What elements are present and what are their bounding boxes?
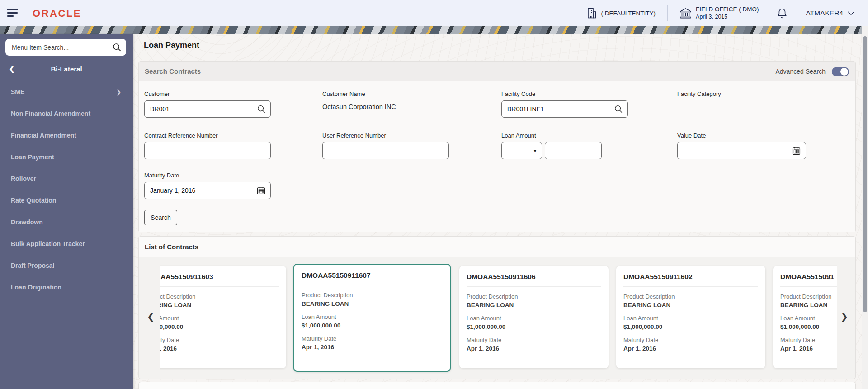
search-icon[interactable] [112, 43, 122, 52]
product-description-label: Product Description [623, 293, 758, 300]
contract-reference-number-label: Contract Reference Number [144, 132, 218, 139]
hamburger-menu-icon[interactable] [7, 9, 19, 18]
maturity-date-input[interactable] [150, 187, 256, 194]
product-description-label: Product Description [160, 293, 279, 300]
product-description-value: BEARING LOAN [623, 302, 758, 308]
vertical-scrollbar[interactable] [862, 26, 868, 389]
maturity-date-value: Apr 1, 2016 [467, 345, 601, 352]
customer-input[interactable] [150, 105, 257, 113]
header-divider [667, 5, 668, 21]
bank-icon [679, 7, 692, 19]
search-icon[interactable] [614, 104, 623, 114]
advanced-search-label: Advanced Search [775, 68, 826, 75]
product-description-value: BEARING LOAN [302, 300, 443, 307]
sidebar: ❮ Bi-Lateral SME ❯ Non Financial Amendme… [0, 34, 133, 389]
loan-amount-value: $1,000,000.00 [302, 322, 443, 329]
facility-category-label: Facility Category [677, 90, 721, 97]
toggle-knob [840, 68, 848, 76]
building-icon [586, 7, 597, 19]
value-date-input[interactable] [683, 147, 792, 154]
sidebar-item-non-financial-amendment[interactable]: Non Financial Amendment [0, 103, 133, 124]
user-reference-number-label: User Reference Number [322, 132, 386, 139]
contracts-carousel: ❮ ❯ DMOAA55150911603 Product Description… [139, 257, 855, 379]
scrollbar-thumb[interactable] [863, 36, 867, 312]
loan-amount-label: Loan Amount [160, 315, 279, 322]
sidebar-item-financial-amendment[interactable]: Financial Amendment [0, 124, 133, 146]
notifications-bell-icon[interactable] [777, 8, 787, 19]
menu-search-input[interactable] [12, 44, 112, 51]
chevron-down-icon [848, 11, 854, 15]
sidebar-item-rate-quotation[interactable]: Rate Quotation [0, 190, 133, 211]
search-panel-header: Search Contracts Advanced Search [139, 62, 855, 81]
contract-id: DMOAA55150911606 [467, 273, 601, 287]
customer-name-value: Octasun Corporation INC [322, 103, 396, 110]
loan-amount-value: $1,000,000.00 [780, 323, 837, 330]
facility-code-label: Facility Code [501, 90, 535, 97]
contract-id: DMOAA55150911603 [160, 273, 279, 287]
sidebar-item-sme[interactable]: SME ❯ [0, 81, 133, 103]
menu-search-box [5, 39, 126, 56]
search-icon[interactable] [257, 104, 266, 114]
entity-selector[interactable]: ( DEFAULTENTITY) [586, 7, 656, 19]
contract-card[interactable]: DMOAA55150911606 Product Description BEA… [459, 266, 609, 368]
user-menu[interactable]: ATMAKER4 [806, 9, 854, 17]
list-panel-header: List of Contracts [139, 237, 855, 257]
contract-reference-number-input[interactable] [150, 147, 266, 154]
sidebar-item-loan-payment[interactable]: Loan Payment [0, 146, 133, 168]
advanced-search-control: Advanced Search [775, 62, 849, 81]
calendar-icon[interactable] [256, 186, 266, 195]
maturity-date-label: Maturity Date [467, 337, 601, 343]
product-description-label: Product Description [780, 293, 837, 300]
search-button[interactable]: Search [144, 210, 177, 225]
sidebar-item-draft-proposal[interactable]: Draft Proposal [0, 255, 133, 276]
facility-code-field [501, 100, 628, 118]
calendar-icon[interactable] [792, 146, 801, 156]
sidebar-item-drawdown[interactable]: Drawdown [0, 211, 133, 233]
product-description-value: BEARING LOAN [160, 302, 279, 308]
maturity-date-value: Apr 1, 2016 [623, 345, 758, 352]
carousel-right-arrow-icon[interactable]: ❯ [840, 312, 848, 321]
loan-amount-label: Loan Amount [302, 313, 443, 320]
user-reference-number-input[interactable] [328, 147, 444, 154]
submenu-chevron-icon: ❯ [116, 89, 121, 95]
maturity-date-value: Apr 1, 2016 [160, 345, 279, 352]
product-description-value: BEARING LOAN [467, 302, 601, 308]
contract-card-selected[interactable]: DMOAA55150911607 Product Description BEA… [293, 264, 451, 372]
contract-card[interactable]: DMOAA55150911603 Product Description BEA… [160, 266, 286, 368]
contract-reference-number-field [144, 142, 271, 159]
customer-name-label: Customer Name [322, 90, 365, 97]
product-description-value: BEARING LOAN [780, 302, 837, 308]
loan-amount-label: Loan Amount [501, 132, 536, 139]
sidebar-item-loan-origination[interactable]: Loan Origination [0, 276, 133, 298]
contract-card[interactable]: DMOAA5515091 Product Description BEARING… [773, 266, 837, 368]
maturity-date-label: Maturity Date [144, 172, 179, 179]
search-contracts-panel: Search Contracts Advanced Search Custome… [138, 61, 856, 232]
sidebar-section-header: ❮ Bi-Lateral [0, 62, 133, 76]
advanced-search-toggle[interactable] [832, 67, 849, 76]
contract-id: DMOAA5515091 [780, 273, 837, 287]
loan-amount-field [545, 142, 602, 159]
branch-selector[interactable]: FIELD OFFICE ( DMO) April 3, 2015 [679, 6, 759, 21]
oracle-logo: ORACLE [33, 8, 81, 19]
maturity-date-value: Apr 1, 2016 [302, 344, 443, 351]
facility-code-input[interactable] [507, 105, 614, 113]
loan-amount-value: $1,000,000.00 [160, 323, 279, 330]
list-of-contracts-panel: List of Contracts ❮ ❯ DMOAA55150911603 P… [138, 236, 856, 379]
list-panel-title: List of Contracts [145, 243, 198, 251]
loan-amount-input[interactable] [551, 147, 597, 154]
contract-id: DMOAA55150911602 [623, 273, 758, 287]
loan-amount-label: Loan Amount [467, 315, 601, 322]
contract-card[interactable]: DMOAA55150911602 Product Description BEA… [616, 266, 765, 368]
maturity-date-label: Maturity Date [623, 337, 758, 343]
sidebar-item-bulk-application-tracker[interactable]: Bulk Application Tracker [0, 233, 133, 255]
value-date-label: Value Date [677, 132, 706, 139]
user-reference-number-field [322, 142, 449, 159]
loan-amount-label: Loan Amount [623, 315, 758, 322]
sidebar-item-rollover[interactable]: Rollover [0, 168, 133, 190]
value-date-field [677, 142, 806, 159]
loan-amount-value: $1,000,000.00 [623, 323, 758, 330]
carousel-left-arrow-icon[interactable]: ❮ [147, 312, 155, 321]
loan-amount-currency-select[interactable]: ▾ [501, 142, 542, 159]
carousel-viewport: DMOAA55150911603 Product Description BEA… [160, 264, 837, 375]
loan-amount-label: Loan Amount [780, 315, 837, 322]
